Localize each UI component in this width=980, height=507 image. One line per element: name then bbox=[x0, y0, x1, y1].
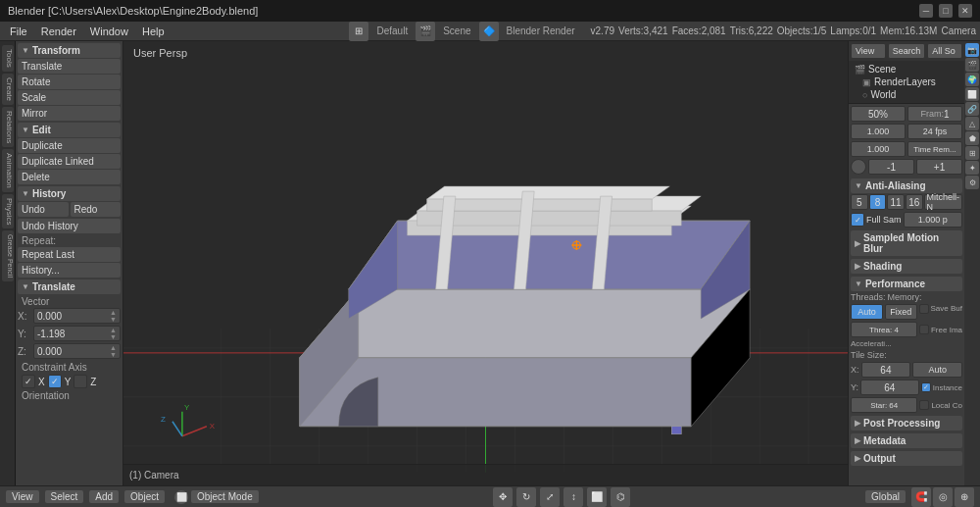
repeat-last-button[interactable]: Repeat Last bbox=[18, 247, 121, 262]
props-tab-particles[interactable]: ✦ bbox=[965, 161, 979, 175]
object-status-button[interactable]: Object bbox=[124, 490, 165, 503]
props-tab-world[interactable]: 🌍 bbox=[965, 73, 979, 86]
metadata-header[interactable]: Metadata bbox=[851, 433, 962, 448]
props-tab-physics[interactable]: ⚙ bbox=[965, 176, 979, 189]
renderer-icon[interactable]: 🔷 bbox=[479, 22, 499, 41]
maximize-button[interactable]: □ bbox=[939, 4, 953, 18]
local-co-toggle[interactable] bbox=[919, 400, 929, 410]
aa-5[interactable]: 5 bbox=[851, 194, 868, 210]
full-sam-value[interactable]: 1.000 p bbox=[904, 212, 962, 228]
aspect-y-field[interactable]: 1.000 bbox=[851, 141, 906, 157]
object-mode-button[interactable]: Object Mode bbox=[191, 490, 259, 503]
undo-button[interactable]: Undo bbox=[18, 202, 69, 217]
aa-8[interactable]: 8 bbox=[869, 194, 887, 210]
minimize-button[interactable]: ─ bbox=[919, 4, 933, 18]
transform-header[interactable]: Transform bbox=[18, 43, 121, 58]
delete-button[interactable]: Delete bbox=[18, 170, 121, 184]
close-button[interactable]: ✕ bbox=[958, 4, 972, 18]
duplicate-button[interactable]: Duplicate bbox=[18, 138, 121, 153]
frame-rate-field[interactable]: 24 fps bbox=[907, 124, 962, 139]
free-ima-toggle[interactable] bbox=[919, 325, 929, 334]
tile-auto-field[interactable]: Auto bbox=[912, 362, 962, 378]
tab-tools[interactable]: Tools bbox=[2, 45, 14, 72]
instance-toggle[interactable]: ✓ bbox=[921, 382, 931, 392]
frame-nav-plus[interactable]: +1 bbox=[916, 159, 962, 175]
pivot-icon[interactable]: ⊕ bbox=[955, 487, 974, 507]
view-status-button[interactable]: View bbox=[6, 490, 39, 503]
proportional-icon[interactable]: ◎ bbox=[933, 487, 953, 507]
percent-field[interactable]: 50% bbox=[851, 106, 906, 122]
props-tab-material[interactable]: ⬟ bbox=[965, 131, 979, 145]
aspect-x-field[interactable]: 1.000 bbox=[851, 124, 906, 139]
z-axis-field[interactable]: 0.000 ▲▼ bbox=[33, 343, 121, 359]
props-tab-object[interactable]: ⬜ bbox=[965, 87, 979, 101]
props-tab-constraints[interactable]: 🔗 bbox=[965, 102, 979, 116]
anti-aliasing-header[interactable]: Anti-Aliasing bbox=[851, 178, 962, 193]
search-button[interactable]: Search bbox=[888, 43, 926, 59]
mirror-button[interactable]: Mirror bbox=[18, 106, 121, 121]
shading-header[interactable]: Shading bbox=[851, 259, 962, 274]
tab-create[interactable]: Create bbox=[2, 74, 14, 105]
translate-header[interactable]: Translate bbox=[18, 279, 121, 294]
translate-tb-icon[interactable]: ↕ bbox=[564, 487, 583, 507]
grab-icon[interactable]: ✥ bbox=[493, 487, 513, 507]
props-tab-data[interactable]: △ bbox=[965, 117, 979, 130]
all-so-button[interactable]: All So bbox=[927, 43, 962, 59]
scale-button[interactable]: Scale bbox=[18, 90, 121, 105]
sampled-motion-blur-header[interactable]: Sampled Motion Blur bbox=[851, 230, 962, 256]
threads-count-field[interactable]: Threa: 4 bbox=[851, 322, 917, 337]
star-field[interactable]: Star: 64 bbox=[851, 397, 917, 413]
scene-icon[interactable]: 🎬 bbox=[416, 22, 435, 41]
tab-animation[interactable]: Animation bbox=[2, 149, 14, 192]
history-header[interactable]: History bbox=[18, 186, 121, 201]
y-axis-field[interactable]: -1.198 ▲▼ bbox=[33, 326, 121, 341]
menu-render[interactable]: Render bbox=[35, 25, 82, 38]
undo-history-button[interactable]: Undo History bbox=[18, 219, 121, 233]
snap-icon[interactable]: 🧲 bbox=[911, 487, 931, 507]
props-tab-render[interactable]: 📷 bbox=[965, 43, 979, 57]
x-axis-field[interactable]: 0.000 ▲▼ bbox=[33, 308, 121, 324]
view-button[interactable]: View bbox=[851, 43, 886, 59]
post-processing-header[interactable]: Post Processing bbox=[851, 416, 962, 431]
rotate-button[interactable]: Rotate bbox=[18, 75, 121, 89]
viewport[interactable]: User Persp bbox=[123, 41, 848, 485]
translate-button[interactable]: Translate bbox=[18, 59, 121, 74]
output-header[interactable]: Output bbox=[851, 451, 962, 466]
frame-field[interactable]: Fram: 1 bbox=[907, 106, 962, 122]
aa-16[interactable]: 16 bbox=[906, 194, 923, 210]
time-rem-field[interactable]: Time Rem... bbox=[907, 141, 962, 157]
global-button[interactable]: Global bbox=[865, 490, 906, 503]
aa-mode[interactable]: Mitchell-N bbox=[924, 194, 963, 210]
z-constraint-toggle[interactable] bbox=[74, 375, 87, 388]
edit-header[interactable]: Edit bbox=[18, 123, 121, 137]
tile-x-field[interactable]: 64 bbox=[861, 362, 911, 378]
menu-help[interactable]: Help bbox=[136, 25, 171, 38]
history-btn[interactable]: History... bbox=[18, 263, 121, 278]
menu-window[interactable]: Window bbox=[84, 25, 134, 38]
color-toggle[interactable] bbox=[851, 159, 866, 175]
aa-11[interactable]: 11 bbox=[887, 194, 905, 210]
props-tab-texture[interactable]: ⊞ bbox=[965, 146, 979, 160]
props-tab-scene[interactable]: 🎬 bbox=[965, 58, 979, 72]
add-status-button[interactable]: Add bbox=[89, 490, 119, 503]
scale-tb-icon[interactable]: ⤢ bbox=[540, 487, 560, 507]
duplicate-linked-button[interactable]: Duplicate Linked bbox=[18, 154, 121, 169]
menu-file[interactable]: File bbox=[4, 25, 33, 38]
frame-nav-minus[interactable]: -1 bbox=[868, 159, 914, 175]
select-status-button[interactable]: Select bbox=[45, 490, 84, 503]
world-item[interactable]: ○ World bbox=[851, 88, 962, 101]
redo-button[interactable]: Redo bbox=[71, 202, 122, 217]
tab-physics[interactable]: Physics bbox=[2, 194, 14, 229]
performance-header[interactable]: Performance bbox=[851, 277, 962, 291]
save-buf-toggle[interactable] bbox=[919, 304, 929, 314]
fixed-button[interactable]: Fixed bbox=[885, 304, 917, 320]
tile-y-field[interactable]: 64 bbox=[860, 380, 919, 395]
x-constraint-toggle[interactable]: ✓ bbox=[22, 375, 35, 388]
y-constraint-toggle[interactable]: ✓ bbox=[48, 375, 62, 388]
rotate-icon[interactable]: ↻ bbox=[516, 487, 536, 507]
render-layers-item[interactable]: ▣ RenderLayers bbox=[851, 76, 962, 88]
tab-relations[interactable]: Relations bbox=[2, 107, 14, 147]
layout-icon[interactable]: ⊞ bbox=[349, 22, 368, 41]
auto-button[interactable]: Auto bbox=[851, 304, 883, 320]
select-box-icon[interactable]: ⬜ bbox=[587, 487, 607, 507]
